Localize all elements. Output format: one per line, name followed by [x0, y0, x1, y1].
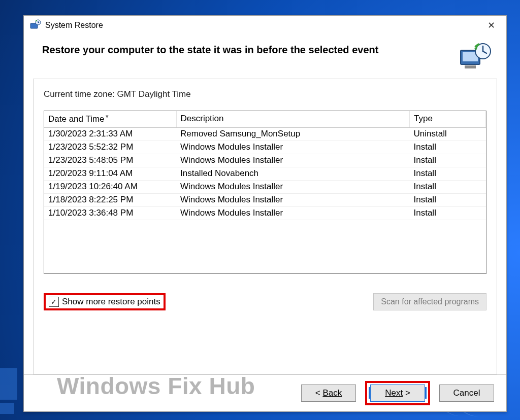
scan-affected-button: Scan for affected programs: [373, 293, 486, 310]
restore-hero-icon: [458, 42, 494, 71]
col-date-time-label: Date and Time: [48, 114, 105, 124]
cell-date: 1/20/2023 9:11:04 AM: [44, 167, 176, 180]
table-row[interactable]: 1/23/2023 5:52:32 PM Windows Modules Ins…: [44, 141, 486, 154]
table-row[interactable]: 1/19/2023 10:26:40 AM Windows Modules In…: [44, 180, 486, 193]
timezone-label: Current time zone: GMT Daylight Time: [44, 89, 486, 99]
titlebar: System Restore ✕: [24, 16, 506, 35]
cell-desc: Removed Samsung_MonSetup: [176, 127, 410, 141]
show-more-checkbox[interactable]: ✓ Show more restore points: [44, 293, 166, 310]
checkbox-icon: ✓: [49, 297, 59, 307]
cell-date: 1/19/2023 10:26:40 AM: [44, 180, 176, 193]
cell-desc: Windows Modules Installer: [176, 206, 410, 220]
table-row[interactable]: 1/30/2023 2:31:33 AM Removed Samsung_Mon…: [44, 127, 486, 141]
cell-type: Install: [410, 154, 486, 167]
back-button-label: Back: [322, 388, 342, 398]
cell-type: Install: [410, 193, 486, 206]
dialog-heading: Restore your computer to the state it wa…: [42, 42, 458, 56]
cell-type: Install: [410, 167, 486, 180]
cell-date: 1/23/2023 5:48:05 PM: [44, 154, 176, 167]
cell-date: 1/30/2023 2:31:33 AM: [44, 127, 176, 141]
col-description-label: Description: [181, 114, 224, 123]
col-type[interactable]: Type: [410, 111, 486, 127]
cell-type: Install: [410, 141, 486, 154]
dialog-header: Restore your computer to the state it wa…: [24, 35, 506, 75]
cell-desc: Windows Modules Installer: [176, 180, 410, 193]
table-row[interactable]: 1/10/2023 3:36:48 PM Windows Modules Ins…: [44, 206, 486, 220]
next-button-label: Next: [385, 388, 403, 398]
dialog-body: Current time zone: GMT Daylight Time Dat…: [33, 79, 497, 374]
svg-rect-4: [465, 65, 476, 68]
table-header-row[interactable]: Date and Time▾ Description Type: [44, 111, 486, 127]
cell-date: 1/23/2023 5:52:32 PM: [44, 141, 176, 154]
cancel-button[interactable]: Cancel: [439, 384, 494, 402]
cell-type: Install: [410, 180, 486, 193]
dialog-footer: < Back Next > Cancel: [24, 374, 506, 411]
cell-type: Install: [410, 206, 486, 220]
sort-desc-icon: ▾: [106, 113, 109, 119]
col-type-label: Type: [414, 114, 433, 123]
close-icon: ✕: [488, 20, 495, 31]
back-button[interactable]: < Back: [301, 384, 356, 402]
col-description[interactable]: Description: [176, 111, 410, 127]
cell-date: 1/18/2023 8:22:25 PM: [44, 193, 176, 206]
cell-desc: Installed Novabench: [176, 167, 410, 180]
restore-title-icon: [29, 19, 41, 31]
show-more-label: Show more restore points: [62, 297, 160, 307]
cell-date: 1/10/2023 3:36:48 PM: [44, 206, 176, 220]
table-row[interactable]: 1/20/2023 9:11:04 AM Installed Novabench…: [44, 167, 486, 180]
table-row[interactable]: 1/18/2023 8:22:25 PM Windows Modules Ins…: [44, 193, 486, 206]
cell-desc: Windows Modules Installer: [176, 193, 410, 206]
close-button[interactable]: ✕: [481, 17, 501, 33]
next-button[interactable]: Next >: [370, 384, 425, 402]
cell-desc: Windows Modules Installer: [176, 154, 410, 167]
restore-points-table[interactable]: Date and Time▾ Description Type: [44, 111, 486, 274]
annotation-highlight-next: Next >: [365, 381, 430, 405]
below-table-row: ✓ Show more restore points Scan for affe…: [44, 293, 486, 310]
col-date-time[interactable]: Date and Time▾: [44, 111, 176, 127]
table-row[interactable]: 1/23/2023 5:48:05 PM Windows Modules Ins…: [44, 154, 486, 167]
window-title: System Restore: [45, 21, 103, 30]
cell-desc: Windows Modules Installer: [176, 141, 410, 154]
cell-type: Uninstall: [410, 127, 486, 141]
system-restore-dialog: System Restore ✕ Restore your computer t…: [23, 15, 507, 412]
